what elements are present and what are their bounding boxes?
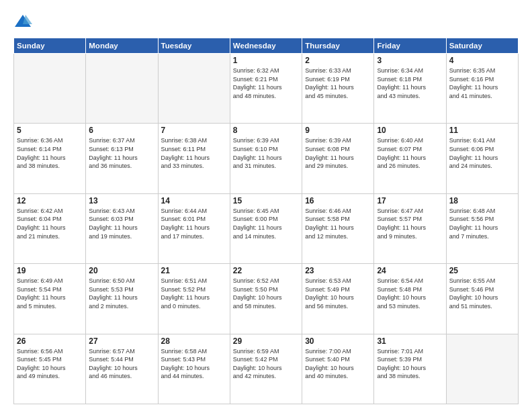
- calendar-cell: 26Sunrise: 6:56 AM Sunset: 5:45 PM Dayli…: [14, 334, 86, 404]
- week-row-4: 19Sunrise: 6:49 AM Sunset: 5:54 PM Dayli…: [14, 264, 519, 334]
- weekday-header-friday: Friday: [374, 38, 446, 54]
- day-info: Sunrise: 6:35 AM Sunset: 6:16 PM Dayligh…: [449, 66, 515, 100]
- day-info: Sunrise: 6:40 AM Sunset: 6:07 PM Dayligh…: [377, 136, 443, 170]
- day-number: 6: [89, 126, 154, 135]
- calendar-cell: 18Sunrise: 6:48 AM Sunset: 5:56 PM Dayli…: [446, 193, 518, 263]
- day-info: Sunrise: 6:49 AM Sunset: 5:54 PM Dayligh…: [17, 277, 83, 310]
- calendar-cell: 17Sunrise: 6:47 AM Sunset: 5:57 PM Dayli…: [374, 193, 446, 263]
- calendar-cell: 13Sunrise: 6:43 AM Sunset: 6:03 PM Dayli…: [86, 193, 158, 263]
- calendar-cell: [14, 54, 86, 124]
- calendar-cell: 25Sunrise: 6:55 AM Sunset: 5:46 PM Dayli…: [446, 264, 518, 334]
- day-number: 15: [233, 196, 299, 205]
- day-number: 13: [89, 196, 154, 205]
- day-number: 3: [377, 56, 443, 65]
- day-info: Sunrise: 6:52 AM Sunset: 5:50 PM Dayligh…: [233, 277, 299, 310]
- calendar-cell: [158, 54, 230, 124]
- day-number: 23: [305, 266, 371, 275]
- day-number: 2: [305, 56, 371, 65]
- day-number: 26: [17, 336, 83, 346]
- calendar-cell: 23Sunrise: 6:53 AM Sunset: 5:49 PM Dayli…: [302, 264, 374, 334]
- calendar-cell: 6Sunrise: 6:37 AM Sunset: 6:13 PM Daylig…: [86, 124, 158, 193]
- calendar-cell: 31Sunrise: 7:01 AM Sunset: 5:39 PM Dayli…: [374, 334, 446, 404]
- day-number: 1: [233, 56, 299, 65]
- day-info: Sunrise: 6:46 AM Sunset: 5:58 PM Dayligh…: [305, 207, 371, 240]
- calendar-cell: 7Sunrise: 6:38 AM Sunset: 6:11 PM Daylig…: [158, 124, 230, 193]
- day-number: 21: [161, 266, 227, 275]
- week-row-1: 1Sunrise: 6:32 AM Sunset: 6:21 PM Daylig…: [14, 54, 519, 124]
- weekday-header-wednesday: Wednesday: [230, 38, 302, 54]
- day-info: Sunrise: 6:39 AM Sunset: 6:08 PM Dayligh…: [305, 136, 371, 170]
- day-number: 22: [233, 266, 299, 275]
- day-number: 25: [449, 266, 515, 275]
- day-number: 17: [377, 196, 443, 205]
- day-number: 18: [449, 196, 515, 205]
- day-number: 4: [449, 56, 515, 65]
- calendar-cell: 8Sunrise: 6:39 AM Sunset: 6:10 PM Daylig…: [230, 124, 302, 193]
- logo-icon: [13, 12, 32, 31]
- calendar-cell: 9Sunrise: 6:39 AM Sunset: 6:08 PM Daylig…: [302, 124, 374, 193]
- day-number: 27: [89, 336, 154, 346]
- weekday-header-saturday: Saturday: [446, 38, 518, 54]
- weekday-header-monday: Monday: [86, 38, 158, 54]
- day-number: 19: [17, 266, 83, 275]
- calendar-cell: 20Sunrise: 6:50 AM Sunset: 5:53 PM Dayli…: [86, 264, 158, 334]
- day-info: Sunrise: 6:44 AM Sunset: 6:01 PM Dayligh…: [161, 207, 227, 240]
- day-number: 12: [17, 196, 83, 205]
- calendar-cell: 16Sunrise: 6:46 AM Sunset: 5:58 PM Dayli…: [302, 193, 374, 263]
- calendar-cell: 14Sunrise: 6:44 AM Sunset: 6:01 PM Dayli…: [158, 193, 230, 263]
- calendar-cell: 22Sunrise: 6:52 AM Sunset: 5:50 PM Dayli…: [230, 264, 302, 334]
- day-info: Sunrise: 6:47 AM Sunset: 5:57 PM Dayligh…: [377, 207, 443, 240]
- calendar-cell: 2Sunrise: 6:33 AM Sunset: 6:19 PM Daylig…: [302, 54, 374, 124]
- day-number: 20: [89, 266, 154, 275]
- day-number: 16: [305, 196, 371, 205]
- calendar-cell: 30Sunrise: 7:00 AM Sunset: 5:40 PM Dayli…: [302, 334, 374, 404]
- calendar-cell: 5Sunrise: 6:36 AM Sunset: 6:14 PM Daylig…: [14, 124, 86, 193]
- calendar-cell: [86, 54, 158, 124]
- week-row-2: 5Sunrise: 6:36 AM Sunset: 6:14 PM Daylig…: [14, 124, 519, 193]
- week-row-5: 26Sunrise: 6:56 AM Sunset: 5:45 PM Dayli…: [14, 334, 519, 404]
- day-number: 10: [377, 126, 443, 135]
- day-number: 28: [161, 336, 227, 346]
- day-info: Sunrise: 6:54 AM Sunset: 5:48 PM Dayligh…: [377, 277, 443, 310]
- day-number: 29: [233, 336, 299, 346]
- day-info: Sunrise: 6:41 AM Sunset: 6:06 PM Dayligh…: [449, 136, 515, 170]
- day-number: 8: [233, 126, 299, 135]
- day-info: Sunrise: 6:50 AM Sunset: 5:53 PM Dayligh…: [89, 277, 154, 310]
- header: [13, 12, 519, 31]
- calendar-cell: 10Sunrise: 6:40 AM Sunset: 6:07 PM Dayli…: [374, 124, 446, 193]
- day-number: 14: [161, 196, 227, 205]
- calendar-cell: 29Sunrise: 6:59 AM Sunset: 5:42 PM Dayli…: [230, 334, 302, 404]
- day-info: Sunrise: 6:33 AM Sunset: 6:19 PM Dayligh…: [305, 66, 371, 100]
- day-info: Sunrise: 6:59 AM Sunset: 5:42 PM Dayligh…: [233, 347, 299, 381]
- day-info: Sunrise: 6:56 AM Sunset: 5:45 PM Dayligh…: [17, 347, 83, 381]
- day-info: Sunrise: 6:37 AM Sunset: 6:13 PM Dayligh…: [89, 136, 154, 170]
- calendar-cell: 21Sunrise: 6:51 AM Sunset: 5:52 PM Dayli…: [158, 264, 230, 334]
- calendar-cell: 12Sunrise: 6:42 AM Sunset: 6:04 PM Dayli…: [14, 193, 86, 263]
- day-info: Sunrise: 6:58 AM Sunset: 5:43 PM Dayligh…: [161, 347, 227, 381]
- day-number: 7: [161, 126, 227, 135]
- day-number: 11: [449, 126, 515, 135]
- day-number: 9: [305, 126, 371, 135]
- calendar-cell: 28Sunrise: 6:58 AM Sunset: 5:43 PM Dayli…: [158, 334, 230, 404]
- day-number: 5: [17, 126, 83, 135]
- day-info: Sunrise: 6:51 AM Sunset: 5:52 PM Dayligh…: [161, 277, 227, 310]
- weekday-header-thursday: Thursday: [302, 38, 374, 54]
- day-info: Sunrise: 6:39 AM Sunset: 6:10 PM Dayligh…: [233, 136, 299, 170]
- day-info: Sunrise: 6:43 AM Sunset: 6:03 PM Dayligh…: [89, 207, 154, 240]
- day-info: Sunrise: 6:38 AM Sunset: 6:11 PM Dayligh…: [161, 136, 227, 170]
- calendar-cell: [446, 334, 518, 404]
- page: SundayMondayTuesdayWednesdayThursdayFrid…: [0, 0, 532, 411]
- weekday-header-sunday: Sunday: [14, 38, 86, 54]
- calendar-cell: 3Sunrise: 6:34 AM Sunset: 6:18 PM Daylig…: [374, 54, 446, 124]
- day-number: 30: [305, 336, 371, 346]
- day-info: Sunrise: 6:32 AM Sunset: 6:21 PM Dayligh…: [233, 66, 299, 100]
- calendar-cell: 15Sunrise: 6:45 AM Sunset: 6:00 PM Dayli…: [230, 193, 302, 263]
- svg-marker-1: [23, 15, 32, 24]
- day-info: Sunrise: 6:57 AM Sunset: 5:44 PM Dayligh…: [89, 347, 154, 381]
- day-info: Sunrise: 7:00 AM Sunset: 5:40 PM Dayligh…: [305, 347, 371, 381]
- calendar-cell: 19Sunrise: 6:49 AM Sunset: 5:54 PM Dayli…: [14, 264, 86, 334]
- logo: [13, 12, 35, 31]
- weekday-header-tuesday: Tuesday: [158, 38, 230, 54]
- calendar-cell: 4Sunrise: 6:35 AM Sunset: 6:16 PM Daylig…: [446, 54, 518, 124]
- day-info: Sunrise: 6:42 AM Sunset: 6:04 PM Dayligh…: [17, 207, 83, 240]
